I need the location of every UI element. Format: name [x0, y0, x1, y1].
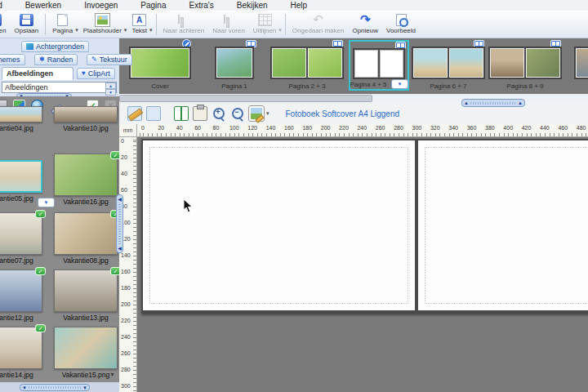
preview-button[interactable]: Voorbeeld: [382, 11, 420, 38]
page1-photo: [216, 48, 252, 78]
align-dropdown-caret-icon: ▾: [278, 27, 282, 33]
file-item[interactable]: ✓ Vakantie07.jpg: [0, 212, 46, 265]
file-item[interactable]: ✓ Vakantie13.jpg: [51, 270, 121, 322]
spinner-down-icon[interactable]: ▼: [105, 89, 116, 96]
v-ruler-tick: 280: [121, 367, 131, 372]
page-thumb-2-3[interactable]: Pagina 2 + 3: [270, 40, 345, 91]
align-button: Uitlijnen: [249, 11, 280, 38]
page-thumb-10-11[interactable]: Pagina 10 + 11: [573, 40, 588, 91]
v-ruler: 0204060801001201401601802002202402602803…: [119, 137, 137, 392]
v-ruler-tick: 200: [121, 301, 131, 307]
undo-icon: ↶: [311, 14, 325, 26]
redo-icon: ↷: [359, 14, 372, 26]
mouse-cursor: [183, 198, 194, 214]
add-page-button[interactable]: Pagina: [48, 11, 77, 38]
menu-bar: Bestand Bewerken Invoegen Pagina Extra's…: [0, 0, 588, 11]
file-item[interactable]: ✓ Vakantie08.jpg: [51, 212, 121, 265]
h-ruler-tick: 20: [158, 125, 164, 131]
used-check-badge: ✓: [35, 324, 46, 332]
h-ruler-tick: 60: [194, 125, 201, 131]
book-format-title: Fotoboek Softcover A4 Liggend: [286, 109, 400, 118]
strip-scrollbar-thumb[interactable]: [119, 95, 372, 102]
send-to-back-button: Naar achteren: [159, 11, 209, 38]
toolbar-separator: [285, 14, 286, 35]
page-thumb-4-5-selected[interactable]: Pagina 4 + 5 ▼: [349, 40, 409, 91]
redo-button[interactable]: ↷ Opnieuw: [348, 11, 382, 38]
panel-splitter-pill[interactable]: ◀◀: [116, 194, 123, 253]
v-ruler-tick: 300: [121, 383, 131, 389]
h-ruler-tick: 320: [430, 125, 440, 131]
file-item[interactable]: Vakantie04.jpg: [0, 106, 46, 132]
v-ruler-tick: 240: [121, 334, 131, 340]
v-ruler-tick: 60: [121, 187, 127, 193]
page-thumb-1[interactable]: Pagina 1: [211, 40, 258, 91]
cover-photo: [131, 48, 189, 78]
menu-extras[interactable]: Extra's: [187, 1, 215, 10]
tab-tekstuur[interactable]: ✎ Tekstuur: [87, 54, 132, 65]
spinner-up-icon[interactable]: ▲: [105, 82, 116, 89]
h-ruler-tick: 220: [339, 125, 349, 131]
file-item[interactable]: ✓ Vakantie16.jpg: [51, 154, 121, 206]
text-button[interactable]: A Tekst: [127, 11, 151, 38]
placeholder-button[interactable]: Plaatshouder: [79, 11, 126, 38]
image-category-select[interactable]: Afbeeldingen ▲ ▼: [2, 82, 117, 93]
tab-clipart[interactable]: ♥ ClipArt: [77, 68, 115, 79]
page-thumb-6-7[interactable]: Pagina 6 + 7: [411, 40, 486, 91]
save-button[interactable]: Opslaan: [10, 11, 42, 38]
image-edit-button[interactable]: [249, 106, 264, 121]
clipart-heart-icon: ♥: [82, 70, 86, 77]
file-item[interactable]: Vakantie10.jpg: [51, 106, 121, 132]
borders-icon: ✱: [39, 56, 45, 63]
menu-help[interactable]: Help: [289, 1, 310, 10]
h-ruler-tick: 280: [394, 125, 403, 131]
menu-invoegen[interactable]: Invoegen: [82, 1, 119, 10]
ruler-unit-label: mm: [119, 124, 137, 137]
clipboard-button[interactable]: [193, 106, 207, 121]
toolbar-separator: [45, 14, 46, 35]
file-panel-collapse-pill[interactable]: ▼▼: [20, 384, 90, 391]
h-ruler: 0204060801001201401601802002202402602803…: [137, 124, 588, 137]
h-ruler-tick: 440: [540, 125, 550, 131]
zoom-in-button[interactable]: +: [212, 106, 226, 121]
h-ruler-tick: 40: [176, 125, 183, 131]
h-ruler-tick: 80: [213, 125, 220, 131]
file-item[interactable]: ✓ Vakantie14.jpg: [0, 327, 46, 379]
menu-bekijken[interactable]: Bekijken: [235, 1, 270, 10]
page-thumb-cover[interactable]: Cover: [127, 40, 193, 91]
book-view-button[interactable]: [174, 106, 189, 121]
category-spinner[interactable]: ▲ ▼: [105, 82, 116, 92]
h-ruler-tick: 140: [266, 125, 276, 131]
v-ruler-tick: 20: [121, 154, 127, 160]
menu-pagina[interactable]: Pagina: [139, 1, 167, 10]
file-item[interactable]: ✓ Vakantie12.jpg: [0, 270, 46, 322]
image-edit-dropdown-caret-icon[interactable]: ▾: [266, 110, 270, 117]
page-thumb-8-9[interactable]: Pagina 8 + 9: [488, 40, 563, 91]
menu-bewerken[interactable]: Bewerken: [24, 1, 63, 10]
tab-achtergronden[interactable]: Achtergronden: [21, 41, 89, 52]
tab-themes[interactable]: Themes: [0, 54, 25, 65]
page-options-dropdown[interactable]: ▼: [391, 79, 408, 89]
bring-to-front-button: Naar voren: [208, 11, 249, 38]
h-ruler-tick: 340: [448, 125, 458, 131]
right-page[interactable]: [418, 140, 588, 310]
menu-bestand[interactable]: Bestand: [0, 1, 4, 10]
v-ruler-tick: 180: [121, 285, 131, 291]
toggle-rulers-button[interactable]: [127, 106, 142, 121]
h-ruler-tick: 380: [485, 125, 495, 131]
toggle-grid-button[interactable]: [146, 106, 161, 121]
left-page[interactable]: [143, 140, 415, 310]
file-item-selected[interactable]: Vakantie05.jpg ▼: [0, 154, 46, 203]
file-item[interactable]: Vakantie15.png: [51, 327, 121, 379]
page-icon: [57, 14, 68, 26]
tab-afbeeldingen-active[interactable]: Afbeeldingen: [2, 67, 74, 80]
page-spread[interactable]: [141, 139, 588, 314]
h-ruler-tick: 420: [522, 125, 532, 131]
zoom-out-button[interactable]: −: [230, 106, 245, 121]
open-button[interactable]: Openen: [0, 11, 10, 38]
v-ruler-tick: 140: [121, 252, 131, 258]
tab-randen[interactable]: ✱ Randen: [34, 54, 78, 65]
save-icon: [20, 14, 33, 26]
strip-collapse-pill[interactable]: ▲▲: [461, 99, 525, 107]
layers-front-icon: [224, 15, 225, 24]
h-ruler-tick: 480: [577, 125, 586, 131]
